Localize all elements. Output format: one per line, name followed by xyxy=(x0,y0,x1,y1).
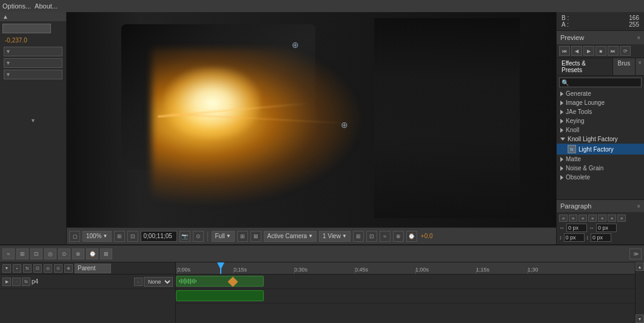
timeline-btn-5[interactable]: ⊙ xyxy=(58,248,70,259)
align-icon-6[interactable]: ≡ xyxy=(608,215,616,222)
indent-left-input[interactable] xyxy=(566,224,587,232)
preview-stop[interactable]: ■ xyxy=(595,46,606,56)
category-knoll-light-factory[interactable]: Knoll Light Factory xyxy=(557,135,644,144)
zoom-value: 100% xyxy=(86,233,102,239)
layer-icon-btn[interactable]: ⊡ xyxy=(33,264,42,273)
align-left-icon[interactable]: ≡ xyxy=(559,215,568,222)
preview-tab-label[interactable]: Preview xyxy=(560,34,584,41)
preview-prev-frame[interactable]: ◀ xyxy=(571,46,582,56)
category-knoll[interactable]: Knoll xyxy=(557,125,644,135)
layer-1-collapse[interactable]: ▶ xyxy=(2,278,11,286)
layer-icon-btn2[interactable]: ◎ xyxy=(44,264,52,273)
indent-right-input[interactable] xyxy=(596,224,617,232)
viewer-icon-5[interactable]: ⊠ xyxy=(250,231,261,242)
category-obsolete[interactable]: Obsolete xyxy=(557,173,644,182)
preview-skip-end[interactable]: ⏭ xyxy=(608,46,619,56)
viewer-icon-4[interactable]: ⊞ xyxy=(237,231,248,242)
viewer-canvas[interactable]: ⊕ ⊕ xyxy=(67,12,556,227)
viewer-icon-8[interactable]: ≈ xyxy=(380,231,391,242)
preview-skip-start[interactable]: ⏮ xyxy=(559,46,570,56)
layer-icon-btn4[interactable]: ⊗ xyxy=(64,264,73,273)
left-dropdown-2[interactable]: ▼ xyxy=(4,58,62,68)
paragraph-close-btn[interactable]: × xyxy=(637,203,640,210)
spacing-top-input[interactable] xyxy=(564,233,585,242)
viewer-icon-1[interactable]: ⊞ xyxy=(114,231,125,242)
view-layout-selector[interactable]: 1 View ▼ xyxy=(319,231,351,242)
spacing-bottom-input[interactable] xyxy=(591,233,611,242)
timeline-btn-1[interactable]: ≈ xyxy=(2,248,15,259)
timeline-btn-3[interactable]: ⊡ xyxy=(30,248,42,259)
quality-selector[interactable]: Full ▼ xyxy=(212,231,235,242)
layer-solo-btn[interactable]: • xyxy=(13,264,21,273)
left-panel-expand[interactable]: ▲ xyxy=(2,13,8,20)
category-image-lounge[interactable]: Image Lounge xyxy=(557,98,644,107)
category-generate[interactable]: Generate xyxy=(557,89,644,98)
align-center-icon[interactable]: ≡ xyxy=(569,215,577,222)
align-right-icon[interactable]: ≡ xyxy=(579,215,587,222)
category-jae-tools[interactable]: JAe Tools xyxy=(557,107,644,116)
layer-1-fx[interactable]: fx xyxy=(22,278,30,286)
playhead[interactable] xyxy=(220,262,221,274)
timeline-toolbar: ≈ ⊞ ⊡ ◎ ⊙ ⊗ ⌚ ⊠ ≫ xyxy=(0,245,644,262)
ruler-mark-6: 1;30 xyxy=(528,267,538,273)
timeline-btn-4[interactable]: ◎ xyxy=(44,248,56,259)
effects-close-btn[interactable]: × xyxy=(636,58,644,75)
timeline-btn-8[interactable]: ⊠ xyxy=(100,248,112,259)
zoom-selector[interactable]: 100% ▼ xyxy=(82,231,112,242)
left-panel: ▲ -0,237.0 ▼ ▼ ▼ ▼ xyxy=(0,12,67,244)
paragraph-panel-header: Paragraph × xyxy=(557,200,644,212)
toolbar-divider-1 xyxy=(207,231,208,241)
left-dropdown-3[interactable]: ▼ xyxy=(4,70,62,79)
layer-1-solo[interactable]: · xyxy=(12,278,21,286)
light-factory-label: Light Factory xyxy=(579,146,614,153)
ruler-line-0 xyxy=(177,269,178,274)
track-clip-1[interactable] xyxy=(176,276,264,287)
camera-icon-btn[interactable]: 📷 xyxy=(179,231,190,242)
bottom-timeline: ≈ ⊞ ⊡ ◎ ⊙ ⊗ ⌚ ⊠ ≫ ▼ • fx ⊡ ◎ ⊙ ⊗ ▶ xyxy=(0,244,644,323)
paragraph-tab-label[interactable]: Paragraph xyxy=(560,202,591,210)
viewer-icon-7[interactable]: ⊡ xyxy=(366,231,377,242)
about-menu[interactable]: About... xyxy=(35,2,58,10)
keying-label: Keying xyxy=(566,118,585,124)
viewer-toggle-btn[interactable]: ◻ xyxy=(69,231,80,242)
preview-close-btn[interactable]: × xyxy=(637,35,640,41)
timecode-display[interactable]: 0;00;11;05 xyxy=(141,231,177,242)
timeline-btn-6[interactable]: ⊗ xyxy=(72,248,84,259)
scroll-down-btn[interactable]: ▼ xyxy=(636,315,644,323)
category-noise-grain[interactable]: Noise & Grain xyxy=(557,164,644,173)
layer-icon-btn3[interactable]: ⊙ xyxy=(54,264,62,273)
track-clip-2[interactable] xyxy=(176,290,264,301)
layer-fx-btn[interactable]: fx xyxy=(23,264,32,273)
preview-loop[interactable]: ⟳ xyxy=(620,46,631,56)
viewer-icon-9[interactable]: ⊗ xyxy=(393,231,404,242)
layer-1-mode-select[interactable]: None xyxy=(144,277,173,287)
item-light-factory[interactable]: fx Light Factory xyxy=(557,144,644,155)
ruler-line-6 xyxy=(528,269,528,274)
left-panel-scroll[interactable]: ▼ xyxy=(2,81,64,124)
options-menu[interactable]: Options... xyxy=(2,2,31,10)
timeline-expand-btn[interactable]: ≫ xyxy=(629,248,642,259)
viewer-icon-10[interactable]: ⌚ xyxy=(406,231,417,242)
scroll-up-btn[interactable]: ▲ xyxy=(636,262,644,271)
left-dropdown-1[interactable]: ▼ xyxy=(4,47,62,56)
viewer-icon-3[interactable]: ⊙ xyxy=(193,231,204,242)
video-frame: ⊕ ⊕ xyxy=(67,12,556,227)
effects-search-input[interactable] xyxy=(559,78,642,87)
viewer-icon-6[interactable]: ⊞ xyxy=(353,231,364,242)
category-keying[interactable]: Keying xyxy=(557,116,644,125)
timeline-btn-2[interactable]: ⊞ xyxy=(16,248,29,259)
align-icon-7[interactable]: ≡ xyxy=(617,215,626,222)
left-input-field[interactable] xyxy=(2,24,51,33)
timeline-btn-7[interactable]: ⌚ xyxy=(86,248,98,259)
viewer-icon-2[interactable]: ⊡ xyxy=(127,231,138,242)
layer-label-input[interactable] xyxy=(75,264,111,273)
tab-brush[interactable]: Brus xyxy=(613,58,636,75)
align-justify-icon[interactable]: ≡ xyxy=(588,215,597,222)
category-matte[interactable]: Matte xyxy=(557,155,644,164)
preview-play[interactable]: ▶ xyxy=(583,46,594,56)
align-icon-5[interactable]: ≡ xyxy=(598,215,606,222)
tab-effects-presets[interactable]: Effects & Presets xyxy=(557,58,613,75)
layer-1-icon[interactable]: - xyxy=(134,278,143,286)
layer-expand-all[interactable]: ▼ xyxy=(2,264,11,273)
camera-view-selector[interactable]: Active Camera ▼ xyxy=(264,231,317,242)
